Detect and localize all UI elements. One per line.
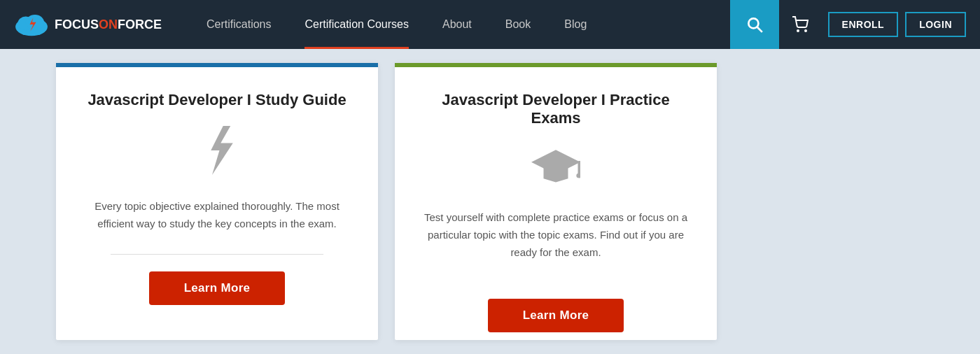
main-content: Javascript Developer I Study Guide Every…	[0, 49, 980, 354]
enroll-button[interactable]: ENROLL	[828, 12, 899, 37]
svg-rect-11	[578, 161, 581, 174]
practice-exams-learn-more-button[interactable]: Learn More	[488, 299, 624, 332]
search-button[interactable]	[730, 0, 779, 49]
card-top-bar-blue	[56, 63, 378, 67]
graduation-cap-icon	[531, 144, 580, 195]
nav-right: ENROLL LOGIN	[730, 0, 966, 49]
logo[interactable]: FOCUSONFORCE	[14, 12, 162, 37]
practice-exams-card: Javascript Developer I Practice Exams Te…	[395, 63, 717, 340]
practice-exams-description: Test yourself with complete practice exa…	[423, 209, 689, 261]
study-guide-learn-more-button[interactable]: Learn More	[149, 271, 286, 305]
svg-point-7	[805, 30, 806, 31]
study-guide-title: Javascript Developer I Study Guide	[88, 91, 346, 109]
study-guide-description: Every topic objective explained thorough…	[84, 198, 350, 233]
bolt-icon	[199, 126, 235, 184]
nav-about[interactable]: About	[426, 0, 489, 49]
svg-point-4	[748, 18, 758, 28]
card-divider-1	[111, 254, 323, 255]
logo-focus-text: FOCUS	[55, 17, 99, 31]
logo-on-text: ON	[99, 17, 118, 31]
cart-button[interactable]	[779, 0, 821, 49]
logo-force-text: FORCE	[118, 17, 162, 31]
nav-certifications[interactable]: Certifications	[190, 0, 288, 49]
svg-point-6	[797, 30, 799, 31]
cart-icon	[792, 16, 808, 33]
practice-exams-title: Javascript Developer I Practice Exams	[423, 91, 689, 127]
nav-book[interactable]: Book	[489, 0, 547, 49]
logo-icon	[14, 12, 49, 37]
login-button[interactable]: LOGIN	[905, 12, 966, 37]
svg-point-12	[576, 173, 580, 178]
svg-line-5	[757, 27, 762, 32]
nav-certification-courses[interactable]: Certification Courses	[288, 0, 426, 49]
svg-marker-9	[531, 150, 580, 174]
card-top-bar-green	[395, 63, 717, 67]
search-icon	[746, 15, 764, 34]
nav-links: Certifications Certification Courses Abo…	[190, 0, 730, 49]
svg-marker-8	[211, 126, 233, 175]
study-guide-card: Javascript Developer I Study Guide Every…	[56, 63, 378, 340]
navbar: FOCUSONFORCE Certifications Certificatio…	[0, 0, 980, 49]
nav-blog[interactable]: Blog	[547, 0, 603, 49]
